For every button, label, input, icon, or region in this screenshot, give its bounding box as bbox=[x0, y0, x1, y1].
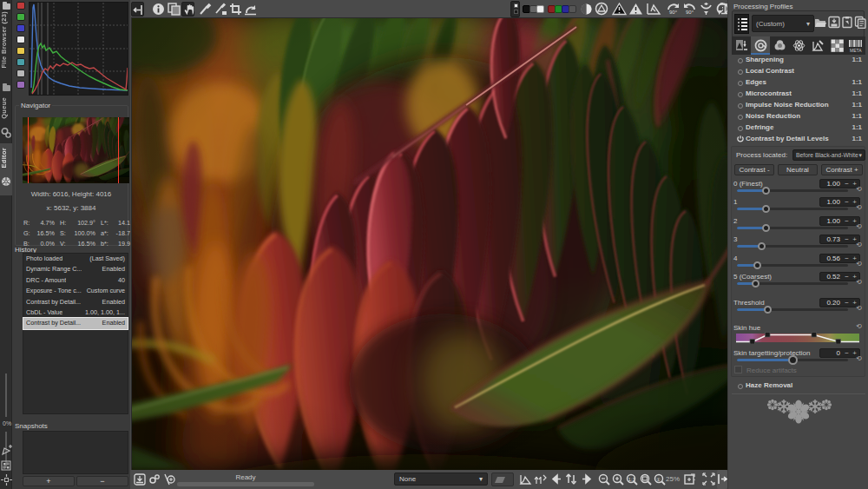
svg-text:90°: 90° bbox=[669, 10, 678, 15]
svg-text:META: META bbox=[850, 48, 862, 53]
svg-text:1:1: 1:1 bbox=[628, 477, 636, 482]
svg-text:90°: 90° bbox=[686, 10, 694, 15]
svg-text:①: ① bbox=[656, 477, 661, 482]
